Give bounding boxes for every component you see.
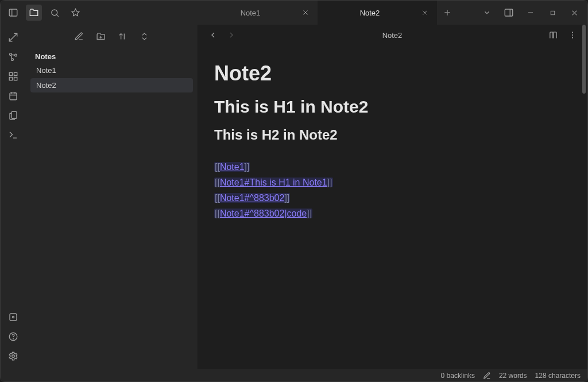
svg-line-19 <box>11 55 15 55</box>
svg-rect-29 <box>11 111 17 118</box>
internal-link[interactable]: Note1#^883b02|code <box>220 209 307 218</box>
daily-note-icon[interactable] <box>5 88 21 104</box>
titlebar: Note1 Note2 <box>1 1 587 25</box>
svg-rect-25 <box>10 93 17 100</box>
reading-mode-icon[interactable] <box>545 27 561 43</box>
right-sidebar-toggle-icon[interactable] <box>499 5 519 21</box>
canvas-icon[interactable] <box>5 68 21 84</box>
templates-icon[interactable] <box>5 107 21 124</box>
scrollbar[interactable] <box>582 25 586 368</box>
vault-name[interactable]: Notes <box>26 48 198 63</box>
titlebar-left <box>1 5 198 21</box>
heading-2[interactable]: This is H2 in Note2 <box>214 127 571 143</box>
inline-title[interactable]: Note2 <box>214 61 571 86</box>
close-icon[interactable] <box>300 7 311 18</box>
editor-header: Note2 <box>198 25 587 45</box>
svg-rect-0 <box>9 9 17 16</box>
bookmark-icon[interactable] <box>67 5 83 21</box>
maximize-button[interactable] <box>543 5 562 21</box>
svg-point-32 <box>13 317 14 318</box>
tab-note1[interactable]: Note1 <box>198 1 318 25</box>
svg-point-18 <box>11 59 14 61</box>
svg-point-16 <box>10 53 12 56</box>
heading-1[interactable]: This is H1 in Note2 <box>214 97 571 117</box>
svg-rect-21 <box>9 72 12 75</box>
help-icon[interactable] <box>5 329 21 345</box>
svg-rect-13 <box>551 11 554 14</box>
internal-link-line[interactable]: [[Note1#^883b02|code]] <box>214 207 571 221</box>
tab-bar: Note1 Note2 <box>198 1 474 25</box>
editor-pane: Note2 Note2 This is H1 in Note2 This is … <box>198 25 587 369</box>
graph-icon[interactable] <box>5 49 21 65</box>
backlinks-count[interactable]: 0 backlinks <box>441 372 475 380</box>
svg-point-40 <box>572 32 573 33</box>
tab-note2[interactable]: Note2 <box>318 1 437 25</box>
command-palette-icon[interactable] <box>5 127 21 143</box>
svg-rect-23 <box>9 78 12 80</box>
new-note-icon[interactable] <box>72 29 86 43</box>
ribbon <box>1 25 26 369</box>
file-list: Note1 Note2 <box>26 63 198 92</box>
svg-point-42 <box>572 37 573 38</box>
minimize-button[interactable] <box>521 5 540 21</box>
breadcrumb[interactable]: Note2 <box>239 31 545 40</box>
new-tab-button[interactable] <box>437 1 458 25</box>
collapse-icon[interactable] <box>138 29 152 43</box>
internal-link[interactable]: Note1 <box>220 162 245 172</box>
sort-icon[interactable] <box>116 29 130 43</box>
internal-link-line[interactable]: [[Note1#^883b02]] <box>214 191 571 205</box>
svg-rect-24 <box>14 78 17 80</box>
more-options-icon[interactable] <box>564 27 581 43</box>
file-explorer-toolbar <box>26 25 198 48</box>
file-explorer: Notes Note1 Note2 <box>26 25 198 369</box>
ribbon-bottom <box>5 309 21 369</box>
svg-rect-31 <box>10 314 17 321</box>
tab-title: Note1 <box>205 9 296 17</box>
quick-switcher-icon[interactable] <box>5 29 21 45</box>
svg-point-41 <box>572 34 573 36</box>
nav-back-icon[interactable] <box>205 27 221 43</box>
svg-rect-10 <box>505 9 513 16</box>
internal-link[interactable]: Note1#This is H1 in Note1 <box>220 178 327 187</box>
internal-link[interactable]: Note1#^883b02 <box>220 193 285 203</box>
svg-rect-22 <box>14 72 17 75</box>
svg-point-17 <box>15 54 17 56</box>
svg-point-35 <box>12 355 15 358</box>
settings-icon[interactable] <box>5 348 21 364</box>
close-button[interactable] <box>564 5 584 21</box>
scrollbar-thumb[interactable] <box>582 25 586 94</box>
vault-switch-icon[interactable] <box>5 309 21 325</box>
left-sidebar-toggle-icon[interactable] <box>5 5 21 21</box>
file-item[interactable]: Note2 <box>30 78 193 92</box>
main: Notes Note1 Note2 Note2 <box>1 25 587 369</box>
new-folder-icon[interactable] <box>94 29 108 43</box>
internal-link-line[interactable]: [[Note1#This is H1 in Note1]] <box>214 176 571 190</box>
editor-body[interactable]: Note2 This is H1 in Note2 This is H2 in … <box>198 45 587 369</box>
edit-mode-icon[interactable] <box>483 372 491 380</box>
status-bar: 0 backlinks 22 words 128 characters <box>1 369 587 382</box>
file-item[interactable]: Note1 <box>30 63 193 78</box>
chevron-down-icon[interactable] <box>477 5 497 21</box>
close-icon[interactable] <box>420 7 430 18</box>
word-count[interactable]: 22 words <box>499 372 527 380</box>
svg-point-2 <box>51 9 57 15</box>
vault-icon[interactable] <box>26 5 42 21</box>
window-controls <box>474 5 587 21</box>
tab-title: Note2 <box>324 9 415 17</box>
char-count[interactable]: 128 characters <box>535 372 581 380</box>
svg-line-3 <box>56 14 59 17</box>
nav-forward-icon[interactable] <box>223 27 239 43</box>
search-icon[interactable] <box>47 5 63 21</box>
svg-point-34 <box>13 338 14 339</box>
svg-line-20 <box>11 55 12 59</box>
internal-link-line[interactable]: [[Note1]] <box>214 160 571 174</box>
